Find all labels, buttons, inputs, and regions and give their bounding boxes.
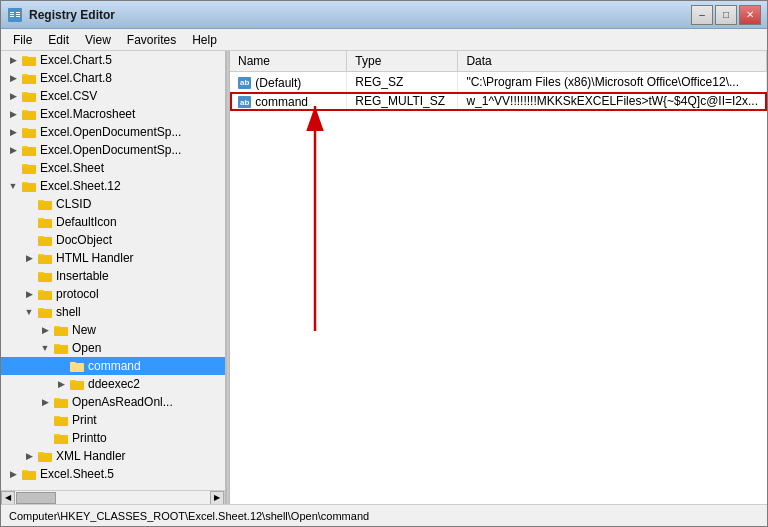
folder-icon [37,197,53,211]
maximize-button[interactable]: □ [715,5,737,25]
svg-rect-24 [22,146,28,148]
svg-rect-26 [22,165,36,174]
row-data: "C:\Program Files (x86)\Microsoft Office… [458,72,767,92]
svg-rect-32 [38,201,52,210]
scroll-right-button[interactable]: ▶ [210,491,224,505]
svg-rect-11 [22,75,36,84]
tree-item-label: OpenAsReadOnl... [72,395,173,409]
tree-item[interactable]: ▶ New [1,321,225,339]
folder-icon [21,53,37,67]
scroll-thumb[interactable] [16,492,56,504]
tree-expander[interactable]: ▶ [5,469,21,479]
table-row[interactable]: ab(Default)REG_SZ"C:\Program Files (x86)… [230,72,767,92]
svg-rect-6 [16,16,20,17]
tree-item[interactable]: CLSID [1,195,225,213]
svg-rect-23 [22,147,36,156]
tree-item[interactable]: DefaultIcon [1,213,225,231]
svg-rect-60 [70,362,76,364]
tree-item[interactable]: DocObject [1,231,225,249]
menu-view[interactable]: View [77,31,119,49]
svg-rect-65 [54,399,68,408]
row-name: abcommand [230,92,347,112]
tree-expander[interactable]: ▶ [5,73,21,83]
tree-item-label: DocObject [56,233,112,247]
svg-rect-29 [22,183,36,192]
tree-expander[interactable]: ▶ [5,109,21,119]
svg-rect-77 [22,471,36,480]
tree-item-label: Excel.Macrosheet [40,107,135,121]
tree-expander[interactable]: ▶ [37,397,53,407]
scroll-left-button[interactable]: ◀ [1,491,15,505]
tree-item[interactable]: ▶ HTML Handler [1,249,225,267]
svg-rect-9 [22,56,28,58]
tree-expander[interactable]: ▼ [37,343,53,353]
tree-item[interactable]: ▼ Excel.Sheet.12 [1,177,225,195]
tree-item[interactable]: ▶ Excel.OpenDocumentSp... [1,141,225,159]
tree-item[interactable]: ▼ shell [1,303,225,321]
scroll-track[interactable] [15,491,210,505]
menu-edit[interactable]: Edit [40,31,77,49]
menu-help[interactable]: Help [184,31,225,49]
minimize-button[interactable]: – [691,5,713,25]
tree-expander[interactable]: ▶ [53,379,69,389]
svg-rect-45 [38,272,44,274]
close-button[interactable]: ✕ [739,5,761,25]
folder-icon [53,395,69,409]
tree-expander[interactable]: ▶ [5,91,21,101]
svg-rect-14 [22,93,36,102]
tree-expander[interactable]: ▶ [5,145,21,155]
tree-item[interactable]: command [1,357,225,375]
tree-item-label: Excel.Sheet.5 [40,467,114,481]
tree-expander[interactable]: ▶ [21,451,37,461]
svg-rect-15 [22,92,28,94]
svg-rect-69 [54,416,60,418]
window-controls: – □ ✕ [691,5,761,25]
svg-rect-71 [54,435,68,444]
tree-item[interactable]: ▶ XML Handler [1,447,225,465]
table-row[interactable]: abcommandREG_MULTI_SZw_1^VV!!!!!!!!MKKSk… [230,92,767,112]
tree-item[interactable]: Print [1,411,225,429]
tree-item[interactable]: Printto [1,429,225,447]
tree-item-label: Print [72,413,97,427]
svg-rect-20 [22,129,36,138]
tree-item[interactable]: ▶ protocol [1,285,225,303]
folder-icon [53,413,69,427]
tree-expander[interactable]: ▶ [37,325,53,335]
tree-pane[interactable]: ▶ Excel.Chart.5▶ Excel.Chart.8▶ Excel.CS… [1,51,225,490]
tree-item[interactable]: Excel.Sheet [1,159,225,177]
tree-item[interactable]: ▶ ddeexec2 [1,375,225,393]
tree-item[interactable]: ▶ OpenAsReadOnl... [1,393,225,411]
svg-rect-62 [70,381,84,390]
tree-item[interactable]: ▶ Excel.OpenDocumentSp... [1,123,225,141]
folder-icon [21,161,37,175]
svg-rect-48 [38,290,44,292]
tree-item[interactable]: Insertable [1,267,225,285]
row-type: REG_MULTI_SZ [347,92,458,112]
horizontal-scrollbar[interactable]: ◀ ▶ [1,490,225,504]
col-name: Name [230,51,347,72]
menu-file[interactable]: File [5,31,40,49]
tree-expander[interactable]: ▶ [21,289,37,299]
tree-container: ▶ Excel.Chart.5▶ Excel.Chart.8▶ Excel.CS… [1,51,226,504]
row-type: REG_SZ [347,72,458,92]
tree-expander[interactable]: ▶ [21,253,37,263]
tree-item[interactable]: ▶ Excel.Chart.5 [1,51,225,69]
arrow-annotation [230,51,767,504]
folder-icon [21,71,37,85]
tree-item[interactable]: ▶ Excel.CSV [1,87,225,105]
tree-expander[interactable]: ▼ [5,181,21,191]
folder-icon [69,377,85,391]
tree-expander[interactable]: ▶ [5,127,21,137]
menu-favorites[interactable]: Favorites [119,31,184,49]
tree-item-label: HTML Handler [56,251,134,265]
tree-expander[interactable]: ▶ [5,55,21,65]
tree-expander[interactable]: ▼ [21,307,37,317]
tree-item[interactable]: ▶ Excel.Macrosheet [1,105,225,123]
tree-item[interactable]: ▶ Excel.Sheet.5 [1,465,225,483]
svg-rect-56 [54,345,68,354]
folder-icon [21,89,37,103]
svg-rect-39 [38,236,44,238]
tree-item[interactable]: ▶ Excel.Chart.8 [1,69,225,87]
tree-item[interactable]: ▼ Open [1,339,225,357]
svg-rect-8 [22,57,36,66]
